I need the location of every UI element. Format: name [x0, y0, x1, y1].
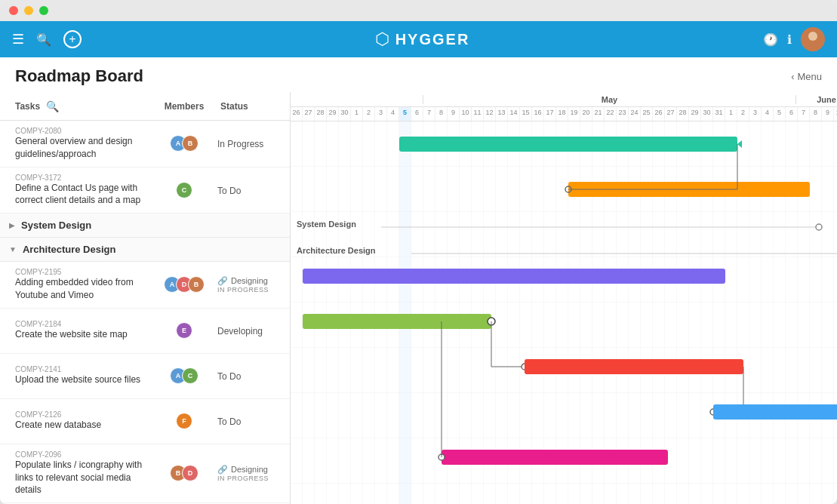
gantt-bar-2184: [303, 314, 491, 329]
task-id: COMPY-2184: [15, 320, 148, 328]
task-info: COMPY-2195 Adding embedded video from Yo…: [0, 268, 154, 302]
task-info: COMPY-2096 Populate links / icongraphy w…: [0, 450, 154, 496]
gantt-group-label-system: System Design: [297, 220, 356, 229]
tasks-list: COMPY-2080 General overview and design g…: [0, 121, 290, 504]
column-headers: Tasks 🔍 Members Status: [0, 92, 290, 121]
member-avatar: B: [188, 276, 205, 293]
month-label-april: [291, 95, 423, 104]
group-name: System Design: [21, 220, 91, 231]
task-row: COMPY-2080 General overview and design g…: [0, 121, 290, 167]
task-info: COMPY-2126 Create new database: [0, 410, 154, 432]
add-button[interactable]: +: [63, 30, 82, 48]
user-avatar[interactable]: [801, 27, 825, 51]
page-header: Roadmap Board ‹ Menu: [0, 57, 837, 92]
info-icon[interactable]: ℹ: [787, 32, 792, 47]
task-name[interactable]: Create the website site map: [15, 328, 148, 341]
task-name[interactable]: Adding embedded video from Youtube and V…: [15, 276, 148, 302]
task-status: To Do: [214, 183, 290, 197]
task-name[interactable]: Populate links / icongraphy with links t…: [15, 459, 148, 496]
task-id: COMPY-2096: [15, 450, 148, 459]
task-info: COMPY-2141 Upload the website source fil…: [0, 365, 154, 386]
task-members: A C: [154, 367, 214, 384]
month-label-june: June: [796, 95, 837, 104]
gantt-chart: System Design Architecture Design: [291, 121, 837, 504]
group-toggle-icon: ▼: [9, 245, 17, 254]
task-id: COMPY-2126: [15, 410, 148, 419]
search-tasks-icon[interactable]: 🔍: [46, 100, 59, 112]
svg-rect-5: [291, 121, 837, 504]
search-icon[interactable]: 🔍: [36, 32, 51, 47]
hamburger-icon[interactable]: ☰: [12, 31, 24, 48]
gantt-header: May June 2627282930123456789101112131415…: [291, 92, 837, 121]
gantt-bar-2141: [525, 359, 743, 374]
menu-button[interactable]: ‹ Menu: [791, 71, 822, 82]
gantt-bar-task1: [399, 137, 737, 152]
content-body: Tasks 🔍 Members Status COMPY-2080 Genera…: [0, 92, 837, 504]
member-avatar: F: [176, 413, 192, 429]
task-members: C: [154, 182, 214, 198]
group-row-system-design[interactable]: ▶ System Design: [0, 214, 290, 238]
task-id: COMPY-2195: [15, 268, 148, 276]
task-info: COMPY-2184 Create the website site map: [0, 320, 154, 341]
gantt-days-row: 2627282930123456789101112131415161718192…: [291, 107, 837, 121]
left-panel: Tasks 🔍 Members Status COMPY-2080 Genera…: [0, 92, 291, 504]
task-name[interactable]: Define a Contact Us page with correct cl…: [15, 182, 148, 207]
task-info: COMPY-3172 Define a Contact Us page with…: [0, 174, 154, 207]
group-row-architecture-design[interactable]: ▼ Architecture Design: [0, 238, 290, 262]
main-content: Roadmap Board ‹ Menu Tasks 🔍 Members Sta…: [0, 57, 837, 504]
task-name[interactable]: Upload the website source files: [15, 373, 148, 386]
group-toggle-icon: ▶: [9, 221, 15, 229]
task-members: A D B: [154, 276, 214, 293]
task-row: COMPY-2184 Create the website site map E…: [0, 309, 290, 354]
task-name[interactable]: General overview and design guidelines/a…: [15, 135, 148, 161]
task-row: COMPY-2126 Create new database F To Do: [0, 399, 290, 444]
task-row: COMPY-2096 Populate links / icongraphy w…: [0, 444, 290, 503]
gantt-group-label-arch: Architecture Design: [297, 246, 376, 255]
task-status: To Do: [214, 414, 290, 428]
gantt-bar-2096: [442, 450, 668, 465]
task-row: COMPY-3172 Define a Contact Us page with…: [0, 167, 290, 214]
task-members: B D: [154, 465, 214, 481]
close-button[interactable]: [9, 6, 18, 15]
task-id: COMPY-2141: [15, 365, 148, 373]
link-icon: 🔗: [217, 276, 228, 286]
task-status: 🔗Designing IN PROGRESS: [214, 465, 290, 482]
member-avatar: E: [176, 322, 192, 339]
col-tasks-header: Tasks 🔍: [0, 100, 154, 112]
gantt-bar-2195: [303, 269, 725, 284]
link-icon: 🔗: [217, 465, 228, 475]
col-members-header: Members: [154, 101, 214, 112]
gantt-bar-2126: [713, 404, 837, 419]
member-avatar: B: [182, 135, 198, 152]
minimize-button[interactable]: [24, 6, 33, 15]
task-id: COMPY-2080: [15, 127, 148, 135]
task-id: COMPY-3172: [15, 174, 148, 182]
group-name: Architecture Design: [23, 244, 116, 255]
task-status: Developing: [214, 324, 290, 337]
task-info: COMPY-2080 General overview and design g…: [0, 127, 154, 161]
maximize-button[interactable]: [39, 6, 48, 15]
task-members: A B: [154, 135, 214, 152]
member-avatar: D: [182, 465, 198, 481]
right-panel[interactable]: May June 2627282930123456789101112131415…: [291, 92, 837, 504]
page-title: Roadmap Board: [15, 66, 143, 86]
svg-point-0: [808, 32, 817, 41]
svg-point-12: [816, 224, 822, 230]
member-avatar: C: [176, 182, 192, 198]
logo-icon: ⬡: [375, 29, 389, 49]
task-status: In Progress: [214, 137, 290, 150]
task-row: COMPY-2195 Adding embedded video from Yo…: [0, 262, 290, 309]
svg-rect-6: [399, 121, 411, 504]
task-status: 🔗Designing IN PROGRESS: [214, 276, 290, 293]
col-status-header: Status: [214, 101, 290, 112]
task-members: F: [154, 413, 214, 429]
member-avatar: C: [182, 367, 198, 384]
top-nav: ☰ 🔍 + ⬡ HYGGER 🕐 ℹ: [0, 21, 837, 57]
svg-point-1: [805, 41, 820, 51]
month-label-may: May: [423, 95, 796, 104]
logo-text: HYGGER: [395, 31, 470, 48]
window-chrome: [0, 0, 837, 21]
task-row: COMPY-2141 Upload the website source fil…: [0, 354, 290, 399]
clock-icon[interactable]: 🕐: [763, 32, 778, 47]
task-name[interactable]: Create new database: [15, 419, 148, 432]
